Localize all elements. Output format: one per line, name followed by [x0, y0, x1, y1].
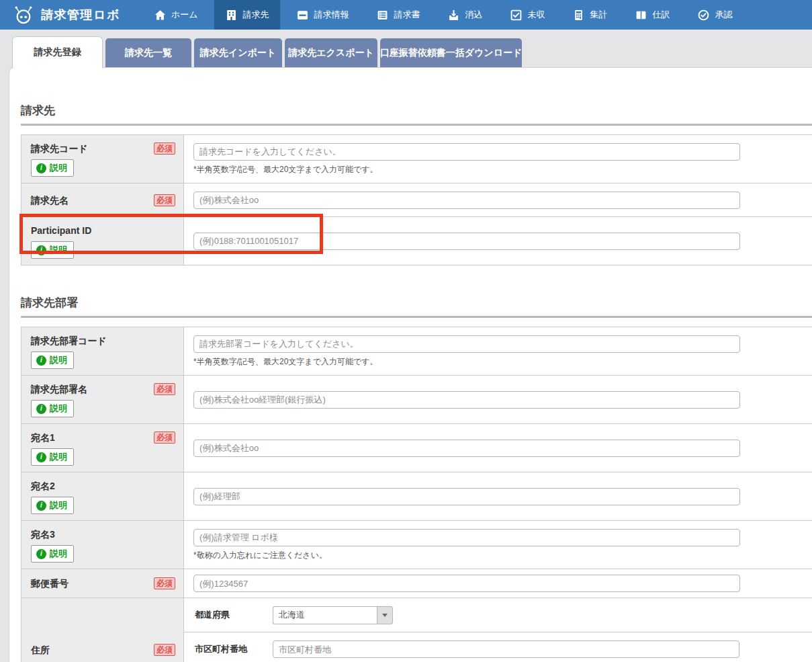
department-form-table: 請求先部署コード i 説明 *半角英数字/記号、最大20文字まで入力可能です。 …: [21, 327, 812, 662]
row-billing-code: 請求先コード 必須 i 説明 *半角英数字/記号、最大20文字まで入力可能です。: [21, 135, 812, 183]
nav-item-journal[interactable]: 仕訳: [624, 0, 681, 30]
nav-item-home[interactable]: ホーム: [143, 0, 210, 30]
nav-item-unpaid[interactable]: 未収: [499, 0, 556, 30]
tab-billing-list[interactable]: 請求先一覧: [105, 38, 191, 67]
check-circle-icon: [698, 9, 709, 21]
select-dropdown-button[interactable]: [377, 606, 393, 624]
calculator-icon: [573, 9, 584, 21]
nav-item-label: 請求書: [394, 9, 420, 21]
description-button-label: 説明: [50, 244, 67, 256]
required-badge: 必須: [154, 142, 175, 155]
checkbox-icon: [510, 9, 522, 21]
label-cell: 請求先部署名 必須 i 説明: [21, 376, 184, 423]
field-label: 郵便番号: [31, 577, 69, 589]
dept-name-input[interactable]: [193, 391, 740, 409]
label-cell: 宛名2 i 説明: [21, 472, 184, 520]
value-cell: *半角英数字/記号、最大20文字まで入力可能です。: [184, 327, 812, 375]
nav-item-aggregation[interactable]: 集計: [561, 0, 619, 30]
value-cell: *敬称の入力忘れにご注意ください。: [184, 521, 812, 569]
app-title: 請求管理ロボ: [41, 7, 120, 23]
field-label: 請求先部署名: [31, 383, 87, 395]
description-button[interactable]: i 説明: [31, 497, 74, 514]
description-button-label: 説明: [50, 499, 67, 511]
label-cell: 住所 必須: [21, 598, 184, 662]
required-badge: 必須: [154, 644, 175, 656]
nav-item-label: ホーム: [171, 9, 198, 21]
city-input[interactable]: [273, 640, 739, 658]
nav-item-label: 集計: [590, 9, 607, 21]
description-button-label: 説明: [50, 162, 67, 174]
row-dept-code: 請求先部署コード i 説明 *半角英数字/記号、最大20文字まで入力可能です。: [21, 327, 812, 376]
field-hint: *半角英数字/記号、最大20文字まで入力可能です。: [193, 164, 812, 175]
row-participant-id: Participant ID i 説明: [21, 217, 812, 265]
nav-item-billing-destination[interactable]: 請求先: [214, 0, 280, 30]
prefecture-select[interactable]: 北海道: [273, 606, 393, 624]
description-button[interactable]: i 説明: [31, 351, 74, 369]
main-nav: ホーム 請求先 請求情報 請求書 消込: [140, 0, 747, 30]
nav-item-approval[interactable]: 承認: [686, 0, 743, 30]
robot-logo-icon: [12, 5, 35, 24]
section-title-billing: 請求先: [21, 103, 812, 119]
billing-name-input[interactable]: [193, 192, 740, 209]
nav-item-label: 請求先: [242, 9, 269, 21]
nav-item-label: 未収: [527, 9, 545, 21]
addressee1-input[interactable]: [193, 440, 740, 457]
info-icon: i: [36, 549, 46, 559]
required-badge: 必須: [154, 383, 175, 395]
label-cell: 請求先名 必須: [21, 183, 184, 216]
dept-code-input[interactable]: [193, 335, 740, 353]
field-label: 請求先名: [31, 194, 69, 206]
description-button[interactable]: i 説明: [31, 448, 74, 466]
addressee3-input[interactable]: [193, 529, 740, 546]
nav-item-label: 請求情報: [314, 9, 349, 21]
tab-billing-import[interactable]: 請求先インポート: [194, 38, 282, 67]
field-hint: *敬称の入力忘れにご注意ください。: [193, 550, 812, 561]
nav-item-billing-info[interactable]: 請求情報: [285, 0, 360, 30]
label-cell: 郵便番号 必須: [21, 569, 184, 597]
section-divider: [21, 124, 812, 126]
billing-form-table: 請求先コード 必須 i 説明 *半角英数字/記号、最大20文字まで入力可能です。…: [21, 134, 812, 265]
nav-item-reconciliation[interactable]: 消込: [437, 0, 494, 30]
value-cell: [184, 472, 812, 520]
info-icon: i: [36, 245, 46, 255]
info-icon: i: [36, 452, 46, 462]
description-button-label: 説明: [50, 451, 67, 463]
description-button[interactable]: i 説明: [31, 400, 74, 417]
tab-billing-export[interactable]: 請求先エクスポート: [285, 38, 377, 67]
field-label: 請求先コード: [31, 142, 88, 155]
nav-item-label: 仕訳: [652, 9, 670, 21]
nav-item-invoice[interactable]: 請求書: [365, 0, 431, 30]
inbox-icon: [297, 9, 308, 21]
addressee2-input[interactable]: [193, 488, 740, 505]
row-dept-name: 請求先部署名 必須 i 説明: [21, 376, 812, 424]
value-cell: [184, 183, 812, 216]
field-label: 住所: [31, 644, 50, 656]
description-button[interactable]: i 説明: [31, 241, 74, 259]
value-cell: [184, 424, 812, 472]
value-cell: *半角英数字/記号、最大20文字まで入力可能です。: [184, 135, 812, 183]
postal-code-input[interactable]: [193, 575, 740, 592]
row-addressee2: 宛名2 i 説明: [21, 472, 812, 521]
value-cell: [184, 569, 812, 597]
app-logo[interactable]: 請求管理ロボ: [12, 5, 120, 24]
document-icon: [377, 9, 388, 21]
tab-bar: 請求先登録 請求先一覧 請求先インポート 請求先エクスポート 口座振替依頼書一括…: [0, 30, 812, 67]
sub-field-label: 都道府県: [195, 609, 273, 621]
description-button[interactable]: i 説明: [31, 545, 74, 563]
label-cell: Participant ID i 説明: [21, 217, 184, 265]
tab-account-transfer-download[interactable]: 口座振替依頼書一括ダウンロード: [380, 38, 522, 67]
tab-billing-register[interactable]: 請求先登録: [12, 36, 103, 68]
sub-field-label: 市区町村番地: [195, 643, 273, 655]
section-divider: [21, 316, 812, 318]
participant-id-input[interactable]: [193, 233, 740, 250]
field-label: 宛名2: [31, 480, 55, 492]
billing-code-input[interactable]: [193, 143, 740, 161]
required-badge: 必須: [154, 431, 175, 444]
description-button-label: 説明: [50, 403, 67, 415]
building-icon: [226, 9, 237, 21]
label-cell: 宛名1 必須 i 説明: [21, 424, 184, 472]
field-hint: *半角英数字/記号、最大20文字まで入力可能です。: [193, 356, 812, 368]
description-button[interactable]: i 説明: [31, 159, 74, 177]
form-content: 請求先 請求先コード 必須 i 説明 *半角英数字/記号、最大20文字まで入力可…: [9, 68, 812, 662]
sub-row-city: 市区町村番地: [184, 632, 812, 662]
